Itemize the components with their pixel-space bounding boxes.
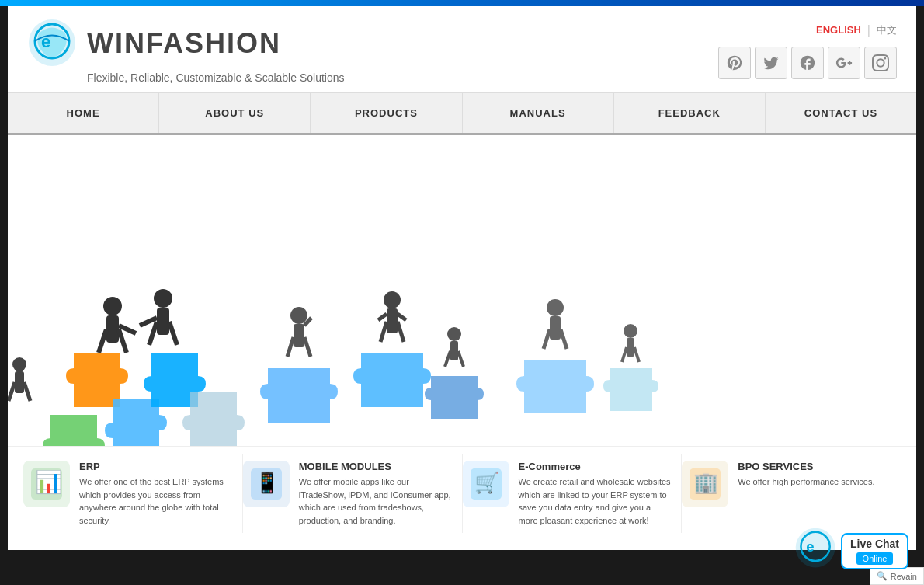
- svg-point-12: [12, 357, 26, 371]
- svg-point-31: [547, 299, 564, 316]
- logo-row: e WINFASHION: [27, 18, 281, 68]
- nav-products[interactable]: PRODUCTS: [311, 93, 462, 133]
- mobile-content: MOBILE MODULES We offer mobile apps like…: [299, 461, 453, 527]
- lang-chinese[interactable]: 中文: [877, 23, 897, 37]
- svg-line-9: [149, 322, 157, 345]
- chat-logo: e: [794, 527, 837, 569]
- chat-bubble[interactable]: Live Chat Online: [841, 533, 908, 569]
- logo-text: WINFASHION: [87, 27, 281, 60]
- erp-card: 📊 ERP We offer one of the best ERP syste…: [23, 454, 243, 533]
- svg-line-33: [544, 329, 550, 349]
- svg-rect-13: [15, 371, 24, 393]
- svg-point-16: [290, 307, 307, 324]
- mobile-desc: We offer mobile apps like our iTradeShow…: [299, 475, 453, 527]
- ecommerce-icon: 🛒: [463, 461, 509, 507]
- svg-line-30: [458, 351, 464, 367]
- svg-text:e: e: [806, 538, 814, 555]
- erp-desc: We offer one of the best ERP systems whi…: [79, 475, 233, 527]
- instagram-button[interactable]: [864, 47, 897, 79]
- main-wrapper: e WINFASHION Flexible, Reliable, Customi…: [8, 6, 916, 550]
- svg-point-35: [624, 324, 637, 338]
- svg-rect-36: [627, 338, 634, 357]
- mobile-card: 📱 MOBILE MODULES We offer mobile apps li…: [243, 454, 463, 533]
- mobile-icon: 📱: [243, 461, 290, 507]
- bpo-desc: We offer high performance services.: [738, 475, 874, 489]
- pinterest-button[interactable]: [718, 47, 751, 79]
- top-accent-bar: [0, 0, 924, 6]
- chat-status: Online: [856, 552, 894, 565]
- revain-badge: 🔍 Revain: [870, 567, 924, 585]
- bpo-icon: 🏢: [682, 461, 728, 507]
- twitter-button[interactable]: [755, 47, 787, 79]
- svg-line-25: [378, 314, 387, 320]
- nav-about[interactable]: ABOUT US: [159, 93, 311, 133]
- nav-contact[interactable]: CONTACT US: [766, 93, 916, 133]
- svg-line-19: [287, 337, 294, 357]
- navbar: HOME ABOUT US PRODUCTS MANUALS FEEDBACK …: [8, 92, 916, 135]
- svg-text:📊: 📊: [35, 469, 62, 495]
- svg-line-20: [304, 337, 311, 357]
- svg-line-5: [119, 329, 127, 353]
- svg-line-26: [398, 314, 406, 320]
- svg-point-21: [384, 291, 401, 308]
- nav-feedback[interactable]: FEEDBACK: [614, 93, 766, 133]
- lang-english[interactable]: ENGLISH: [816, 24, 861, 36]
- svg-line-10: [169, 322, 177, 345]
- nav-home[interactable]: HOME: [8, 93, 159, 133]
- chat-title: Live Chat: [850, 538, 899, 550]
- facebook-button[interactable]: [791, 47, 824, 79]
- svg-line-14: [9, 382, 15, 401]
- header-right: ENGLISH | 中文: [718, 23, 897, 79]
- bpo-card: 🏢 BPO SERVICES We offer high performance…: [682, 454, 901, 533]
- svg-rect-22: [387, 308, 398, 333]
- bpo-content: BPO SERVICES We offer high performance s…: [738, 461, 874, 489]
- svg-rect-8: [157, 308, 169, 335]
- ecommerce-desc: We create retail and wholesale websites …: [519, 475, 672, 527]
- erp-content: ERP We offer one of the best ERP systems…: [79, 461, 233, 527]
- googleplus-button[interactable]: [828, 47, 860, 79]
- svg-line-37: [622, 347, 627, 362]
- logo-icon: e: [27, 18, 78, 68]
- svg-point-2: [103, 297, 122, 315]
- bottom-cards: 📊 ERP We offer one of the best ERP syste…: [8, 446, 916, 541]
- svg-line-24: [398, 322, 404, 342]
- ecommerce-title: E-Commerce: [519, 461, 672, 472]
- svg-point-27: [447, 327, 461, 341]
- tagline: Flexible, Reliable, Customizable & Scala…: [27, 71, 345, 84]
- svg-line-23: [380, 322, 387, 342]
- svg-line-4: [99, 329, 106, 353]
- ecommerce-content: E-Commerce We create retail and wholesal…: [519, 461, 672, 527]
- revain-label: Revain: [891, 572, 917, 581]
- svg-rect-3: [106, 315, 119, 343]
- social-icons: [718, 47, 897, 79]
- svg-rect-17: [294, 324, 304, 347]
- svg-text:🏢: 🏢: [693, 470, 719, 495]
- revain-icon: 🔍: [877, 571, 888, 581]
- svg-point-7: [154, 289, 172, 308]
- header: e WINFASHION Flexible, Reliable, Customi…: [8, 6, 916, 92]
- svg-text:🛒: 🛒: [474, 470, 500, 495]
- bpo-title: BPO SERVICES: [738, 461, 874, 472]
- erp-icon: 📊: [23, 461, 70, 507]
- erp-title: ERP: [79, 461, 233, 472]
- svg-line-15: [24, 382, 30, 401]
- mobile-title: MOBILE MODULES: [299, 461, 453, 472]
- svg-text:📱: 📱: [255, 470, 280, 495]
- ecommerce-card: 🛒 E-Commerce We create retail and wholes…: [463, 454, 683, 533]
- svg-line-38: [634, 347, 639, 362]
- nav-manuals[interactable]: MANUALS: [463, 93, 614, 133]
- live-chat-widget[interactable]: e Live Chat Online: [794, 527, 908, 569]
- svg-line-29: [445, 351, 450, 367]
- svg-rect-28: [450, 341, 458, 360]
- svg-rect-32: [550, 316, 561, 340]
- hero-section: [8, 135, 916, 446]
- lang-switcher: ENGLISH | 中文: [816, 23, 897, 37]
- svg-line-34: [561, 329, 567, 349]
- hero-illustration: [8, 135, 916, 446]
- logo-area: e WINFASHION Flexible, Reliable, Customi…: [27, 18, 345, 84]
